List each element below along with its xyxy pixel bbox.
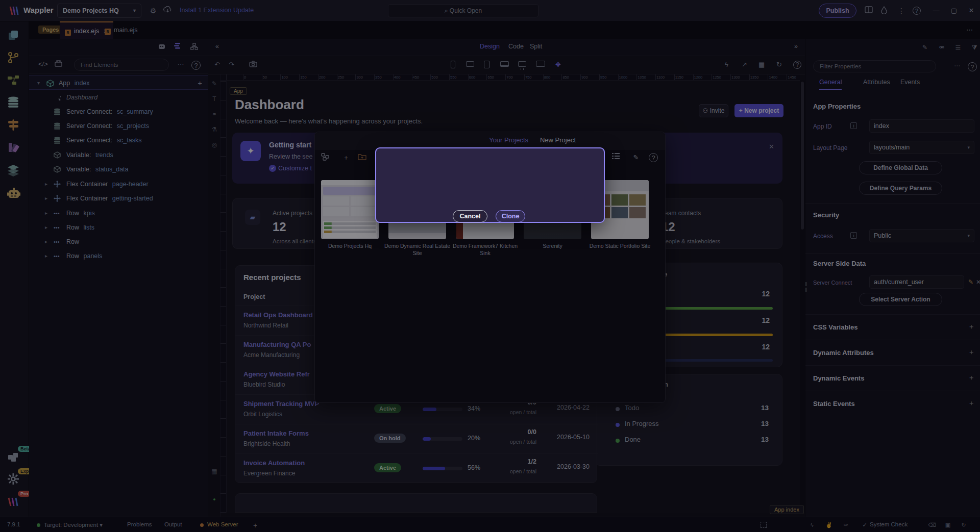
modal-dim-overlay	[0, 0, 980, 532]
wappler-window: Wappler Demo Projects HQ ▾ ⚙ Install 1 E…	[0, 0, 980, 532]
cancel-button[interactable]: Cancel	[453, 210, 487, 222]
clone-button[interactable]: Clone	[496, 210, 525, 222]
clone-project-popup: Cancel Clone	[375, 147, 605, 223]
